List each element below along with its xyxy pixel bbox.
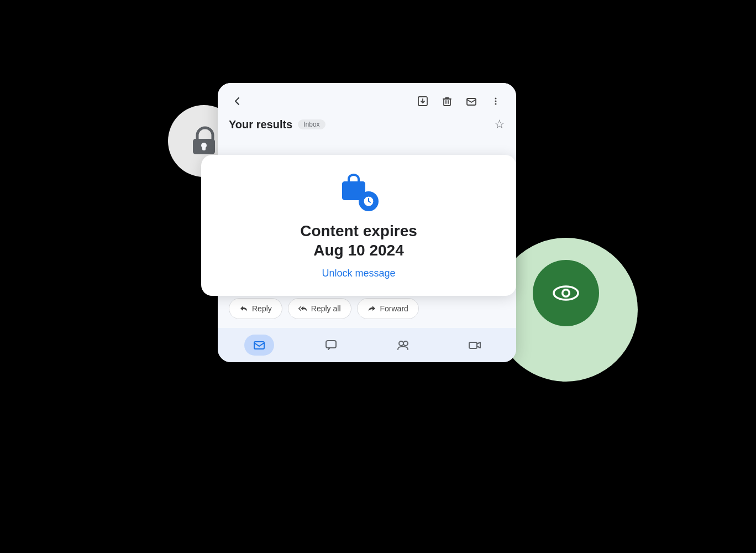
svg-point-15 [403,341,408,346]
expiry-card: Content expires Aug 10 2024 Unlock messa… [201,155,516,296]
svg-rect-13 [326,341,336,348]
reply-all-button[interactable]: Reply all [288,298,351,319]
video-nav-icon [468,338,481,352]
chat-nav-icon [324,338,338,352]
nav-chat[interactable] [316,335,346,356]
delete-button[interactable] [438,93,456,109]
lock-icon [187,124,221,158]
unlock-link[interactable]: Unlock message [322,268,395,279]
svg-rect-2 [202,147,206,150]
subject-row: Your results Inbox ☆ [218,115,516,139]
reply-button[interactable]: Reply [229,298,282,319]
eye-circle [533,260,599,326]
svg-point-10 [495,101,497,102]
clock-icon [363,195,375,207]
expiry-icon-wrap [339,171,379,211]
reply-icon [239,304,248,313]
forward-button[interactable]: Forward [357,298,419,319]
svg-rect-12 [254,342,264,349]
back-button[interactable] [229,93,245,109]
star-button[interactable]: ☆ [494,117,505,132]
eye-icon [550,278,581,309]
more-button[interactable] [486,93,505,109]
scene: Your results Inbox ☆ Hi Kim, To view you… [185,50,571,503]
header-left [229,93,245,109]
nav-video[interactable] [460,335,490,356]
svg-point-11 [495,103,497,105]
forward-icon [368,304,376,313]
download-button[interactable] [413,93,432,109]
inbox-badge: Inbox [298,119,325,129]
mail-nav-icon [253,338,266,352]
expiry-title: Content expires Aug 10 2024 [300,221,417,260]
svg-point-9 [495,98,497,100]
bottom-nav [218,328,516,362]
nav-mail[interactable] [244,335,274,356]
email-subject: Your results [229,118,292,131]
reply-all-icon [298,304,307,313]
svg-point-14 [399,341,403,346]
svg-rect-16 [469,342,477,348]
mark-as-read-button[interactable] [462,93,481,109]
svg-rect-7 [444,99,450,106]
meet-nav-icon [396,338,410,352]
clock-badge [359,191,379,211]
svg-point-5 [564,291,569,296]
header-actions [413,93,505,109]
nav-meet[interactable] [388,335,418,356]
email-header [218,83,516,115]
